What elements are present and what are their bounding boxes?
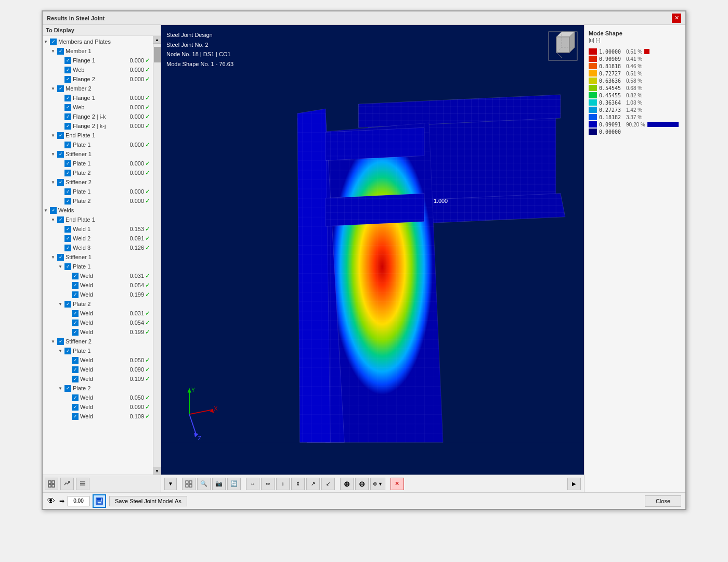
checkbox[interactable]: ✓ xyxy=(72,376,79,382)
tree-item-stiffener1-plate2[interactable]: ✓Plate 20.000✓ xyxy=(43,168,153,177)
tree-item-weld-s1-p1-weld1[interactable]: ✓Weld0.031✓ xyxy=(43,271,153,280)
toolbar-btn-layers[interactable]: ⊗▼ xyxy=(370,478,385,490)
checkbox[interactable]: ✓ xyxy=(64,57,71,64)
checkbox[interactable]: ✓ xyxy=(72,357,79,364)
toolbar-btn-minus[interactable]: ⊖ xyxy=(355,478,369,490)
checkbox[interactable]: ✓ xyxy=(64,226,71,233)
expand-arrow[interactable]: ▼ xyxy=(58,349,64,353)
checkbox[interactable]: ✓ xyxy=(64,245,71,251)
checkbox[interactable]: ✓ xyxy=(72,394,79,401)
tree-item-members-and-plates[interactable]: ▼✓Members and Plates xyxy=(43,37,153,46)
checkbox[interactable]: ✓ xyxy=(64,235,71,242)
checkbox[interactable]: ✓ xyxy=(72,404,79,411)
close-button[interactable]: Close xyxy=(645,495,681,507)
tree-item-weld-s1-p2-weld1[interactable]: ✓Weld0.031✓ xyxy=(43,309,153,318)
tree-item-weld-s2-plate2[interactable]: ▼✓Plate 2 xyxy=(43,384,153,393)
tree-item-weld-s2-p1-weld2[interactable]: ✓Weld0.090✓ xyxy=(43,365,153,374)
tree-item-member1[interactable]: ▼✓Member 1 xyxy=(43,46,153,56)
checkbox[interactable]: ✓ xyxy=(64,188,71,195)
checkbox[interactable]: ✓ xyxy=(64,170,71,176)
toolbar-btn-right[interactable]: ▶ xyxy=(567,478,581,490)
toolbar-btn-mx[interactable]: ↔ xyxy=(246,478,259,490)
expand-arrow[interactable]: ▼ xyxy=(44,208,50,213)
toolbar-dropdown-btn[interactable]: ▼ xyxy=(164,478,177,490)
checkbox[interactable]: ✓ xyxy=(57,338,64,345)
checkbox[interactable]: ✓ xyxy=(50,207,57,214)
toolbar-btn-mx2[interactable]: ⇔ xyxy=(261,478,275,490)
toolbar-btn-grid[interactable] xyxy=(182,478,196,490)
model-viewport[interactable]: 1.000 Y X Z xyxy=(161,25,584,475)
checkbox[interactable]: ✓ xyxy=(64,104,71,111)
eye-icon[interactable]: 👁 xyxy=(47,496,55,506)
tree-item-weld-stiffener2[interactable]: ▼✓Stiffener 2 xyxy=(43,337,153,346)
checkbox[interactable]: ✓ xyxy=(57,132,64,139)
checkbox[interactable]: ✓ xyxy=(50,39,57,45)
toolbar-btn-red-x[interactable]: ✕ xyxy=(391,478,404,490)
tree-item-member2[interactable]: ▼✓Member 2 xyxy=(43,84,153,93)
icon-btn-2[interactable] xyxy=(60,478,74,490)
checkbox[interactable]: ✓ xyxy=(72,282,79,289)
expand-arrow[interactable]: ▼ xyxy=(58,264,64,269)
checkbox[interactable]: ✓ xyxy=(64,263,71,270)
expand-arrow[interactable]: ▼ xyxy=(51,180,57,185)
tree-item-weld-ep1-weld1[interactable]: ✓Weld 10.153✓ xyxy=(43,224,153,234)
save-model-button[interactable]: Save Steel Joint Model As xyxy=(109,496,187,506)
scrollbar-track[interactable]: ▲ ▼ xyxy=(153,36,161,475)
tree-item-weld-s2-p1-weld3[interactable]: ✓Weld0.109✓ xyxy=(43,374,153,384)
expand-arrow[interactable]: ▼ xyxy=(51,49,57,54)
toolbar-btn-plus[interactable]: ⊕ xyxy=(340,478,354,490)
checkbox[interactable]: ✓ xyxy=(72,413,79,420)
expand-arrow[interactable]: ▼ xyxy=(51,339,57,344)
checkbox[interactable]: ✓ xyxy=(72,329,79,336)
expand-arrow[interactable]: ▼ xyxy=(51,133,57,138)
checkbox[interactable]: ✓ xyxy=(64,76,71,83)
toolbar-btn-my2[interactable]: ⇕ xyxy=(291,478,305,490)
tree-item-weld-ep1-weld3[interactable]: ✓Weld 30.126✓ xyxy=(43,243,153,252)
tree-item-stiffener1-plate1[interactable]: ✓Plate 10.000✓ xyxy=(43,159,153,168)
tree-item-endplate1[interactable]: ▼✓End Plate 1 xyxy=(43,131,153,140)
tree-item-weld-s2-p2-weld3[interactable]: ✓Weld0.109✓ xyxy=(43,412,153,421)
tree-item-weld-stiffener1[interactable]: ▼✓Stiffener 1 xyxy=(43,252,153,262)
save-icon-button[interactable] xyxy=(93,494,106,508)
checkbox[interactable]: ✓ xyxy=(57,48,64,55)
checkbox[interactable]: ✓ xyxy=(64,95,71,101)
icon-btn-1[interactable] xyxy=(45,478,58,490)
expand-arrow[interactable]: ▼ xyxy=(51,152,57,157)
tree-item-member2-flange2kj[interactable]: ✓Flange 2 | k-j0.000✓ xyxy=(43,121,153,131)
expand-arrow[interactable]: ▼ xyxy=(58,386,64,391)
checkbox[interactable]: ✓ xyxy=(57,151,64,158)
checkbox[interactable]: ✓ xyxy=(64,348,71,354)
expand-arrow[interactable]: ▼ xyxy=(58,302,64,306)
expand-arrow[interactable]: ▼ xyxy=(51,86,57,91)
tree-item-stiffener2-plate2[interactable]: ✓Plate 20.000✓ xyxy=(43,196,153,206)
tree-item-weld-s2-p1-weld1[interactable]: ✓Weld0.050✓ xyxy=(43,355,153,365)
scrollbar-up[interactable]: ▲ xyxy=(153,36,161,44)
checkbox[interactable]: ✓ xyxy=(57,179,64,186)
tree-item-weld-s1-p1-weld3[interactable]: ✓Weld0.199✓ xyxy=(43,290,153,299)
tree-item-stiffener2[interactable]: ▼✓Stiffener 2 xyxy=(43,177,153,187)
checkbox[interactable]: ✓ xyxy=(64,301,71,308)
checkbox[interactable]: ✓ xyxy=(72,320,79,326)
toolbar-btn-diag1[interactable]: ↗ xyxy=(306,478,320,490)
checkbox[interactable]: ✓ xyxy=(57,254,64,261)
tree-item-weld-s1-plate2[interactable]: ▼✓Plate 2 xyxy=(43,299,153,309)
tree-item-stiffener1[interactable]: ▼✓Stiffener 1 xyxy=(43,149,153,159)
tree-item-member1-web[interactable]: ✓Web0.000✓ xyxy=(43,65,153,74)
checkbox[interactable]: ✓ xyxy=(64,160,71,167)
toolbar-btn-zoom[interactable]: 🔍 xyxy=(197,478,211,490)
checkbox[interactable]: ✓ xyxy=(72,273,79,279)
checkbox[interactable]: ✓ xyxy=(57,216,64,223)
tree-item-member2-flange1[interactable]: ✓Flange 10.000✓ xyxy=(43,93,153,103)
expand-arrow[interactable]: ▼ xyxy=(44,40,50,44)
scrollbar-thumb[interactable] xyxy=(154,47,161,62)
icon-btn-3[interactable] xyxy=(76,478,89,490)
tree-item-member2-web[interactable]: ✓Web0.000✓ xyxy=(43,103,153,112)
tree-item-weld-endplate1[interactable]: ▼✓End Plate 1 xyxy=(43,215,153,224)
tree-item-member1-flange1[interactable]: ✓Flange 10.000✓ xyxy=(43,56,153,65)
expand-arrow[interactable]: ▼ xyxy=(51,255,57,260)
tree-item-weld-s1-p2-weld3[interactable]: ✓Weld0.199✓ xyxy=(43,327,153,337)
tree-container[interactable]: ▼✓Members and Plates▼✓Member 1✓Flange 10… xyxy=(43,36,153,475)
tree-item-weld-s1-p2-weld2[interactable]: ✓Weld0.054✓ xyxy=(43,318,153,327)
checkbox[interactable]: ✓ xyxy=(64,198,71,205)
checkbox[interactable]: ✓ xyxy=(64,385,71,392)
